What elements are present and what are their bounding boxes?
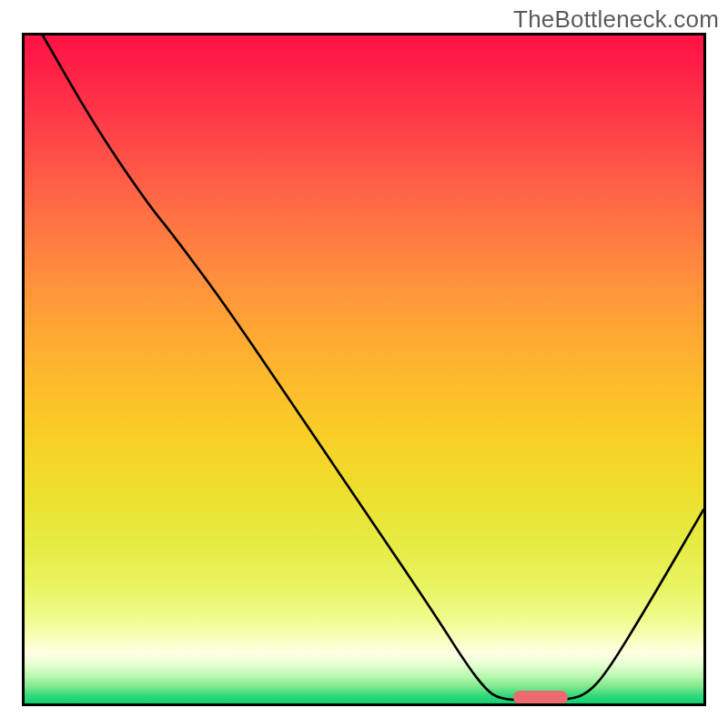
plot-area (22, 33, 706, 706)
bottleneck-curve (25, 35, 703, 703)
chart-container: TheBottleneck.com (0, 0, 728, 728)
optimal-range-marker (513, 691, 568, 704)
watermark-text: TheBottleneck.com (513, 5, 719, 34)
